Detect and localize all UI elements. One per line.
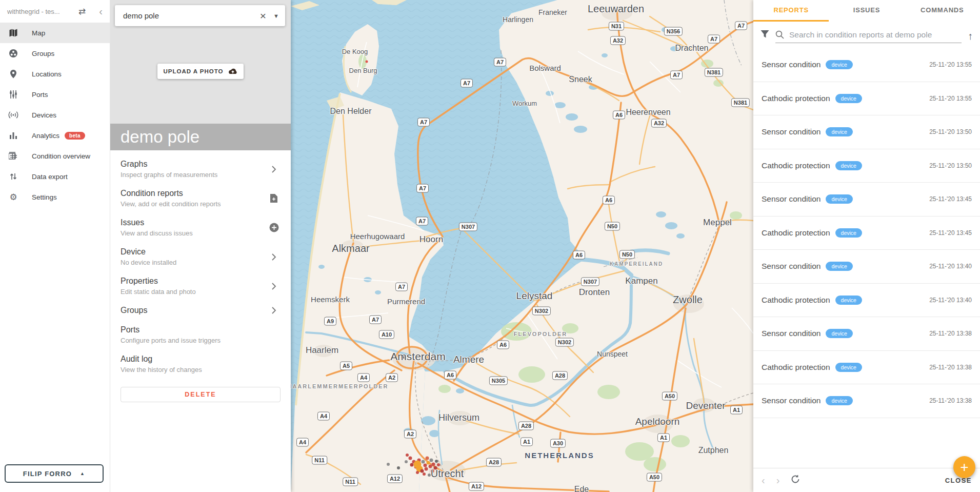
menu-item-issues[interactable]: IssuesView and discuss issues bbox=[110, 213, 291, 242]
sidebar-item-map[interactable]: Map bbox=[0, 23, 110, 43]
delete-button[interactable]: DELETE bbox=[121, 387, 281, 402]
refresh-icon[interactable] bbox=[791, 475, 800, 486]
road-shield: A6 bbox=[613, 111, 625, 120]
location-marker-dot[interactable] bbox=[424, 464, 427, 467]
road-shield: A1 bbox=[657, 434, 670, 442]
sidebar-item-data-export[interactable]: Data export bbox=[0, 166, 110, 187]
menu-item-ports[interactable]: PortsConfigure ports and issue triggers bbox=[110, 320, 291, 349]
collapse-sidebar-icon[interactable]: ‹ bbox=[99, 6, 103, 16]
next-page-icon[interactable]: › bbox=[776, 475, 780, 485]
sidebar-item-groups[interactable]: Groups bbox=[0, 43, 110, 64]
add-issue-icon[interactable] bbox=[267, 223, 281, 232]
location-marker-dot[interactable] bbox=[427, 461, 430, 465]
location-marker-dot[interactable] bbox=[405, 460, 408, 463]
road-shield: A50 bbox=[662, 392, 677, 401]
report-row[interactable]: Cathodic protection device 25-11-'20 13:… bbox=[753, 149, 980, 183]
report-source-badge: device bbox=[826, 127, 852, 136]
city-label: Meppel bbox=[703, 218, 732, 228]
city-label: Alkmaar bbox=[332, 243, 369, 254]
area-label: KAMPEREILAND bbox=[610, 261, 664, 267]
add-report-icon[interactable] bbox=[267, 193, 281, 203]
report-row[interactable]: Sensor condition device 25-11-'20 13:38 bbox=[753, 384, 980, 418]
city-label: Amsterdam bbox=[390, 350, 445, 363]
location-marker-dot[interactable] bbox=[366, 61, 368, 63]
report-row[interactable]: Cathodic protection device 25-11-'20 13:… bbox=[753, 351, 980, 385]
menu-item-graphs[interactable]: GraphsInspect graphs of measurements bbox=[110, 154, 291, 184]
report-row[interactable]: Cathodic protection device 25-11-'20 13:… bbox=[753, 82, 980, 116]
report-row[interactable]: Sensor condition device 25-11-'20 13:40 bbox=[753, 250, 980, 284]
location-marker-dot[interactable] bbox=[432, 463, 435, 466]
menu-item-audit-log[interactable]: Audit logView the history of changes bbox=[110, 349, 291, 379]
add-report-fab[interactable]: + bbox=[953, 456, 975, 478]
clear-search-icon[interactable]: × bbox=[260, 10, 266, 21]
menu-item-groups[interactable]: Groups bbox=[110, 301, 291, 320]
reports-pagination-bar: ‹ › CLOSE bbox=[753, 468, 980, 492]
location-marker-dot[interactable] bbox=[387, 463, 390, 466]
road-shield: A9 bbox=[324, 317, 336, 326]
sidebar-item-ports[interactable]: Ports bbox=[0, 84, 110, 105]
report-timestamp: 25-11-'20 13:50 bbox=[929, 128, 972, 135]
location-marker-dot[interactable] bbox=[437, 463, 440, 466]
sidebar-item-label: Groups bbox=[32, 50, 54, 57]
report-row[interactable]: Sensor condition device 25-11-'20 13:55 bbox=[753, 48, 980, 82]
location-marker-dot[interactable] bbox=[425, 467, 428, 471]
tab-reports[interactable]: REPORTS bbox=[753, 0, 829, 22]
report-row[interactable]: Sensor condition device 25-11-'20 13:50 bbox=[753, 115, 980, 149]
location-marker-dot[interactable] bbox=[416, 471, 419, 474]
menu-item-condition-reports[interactable]: Condition reportsView, add or edit condi… bbox=[110, 184, 291, 213]
city-label: Hoorn bbox=[419, 234, 443, 245]
location-marker-dot[interactable] bbox=[426, 457, 429, 460]
filter-icon[interactable] bbox=[761, 30, 769, 40]
road-shield: N356 bbox=[664, 27, 683, 36]
sidebar-item-label: Analytics bbox=[32, 132, 59, 140]
menu-item-device[interactable]: DeviceNo device installed bbox=[110, 242, 291, 271]
chevron-down-icon[interactable]: ▼ bbox=[273, 13, 279, 19]
upload-photo-label: UPLOAD A PHOTO bbox=[163, 68, 223, 74]
sidebar-item-label: Data export bbox=[32, 173, 68, 181]
location-marker-dot[interactable] bbox=[423, 473, 426, 476]
sidebar-item-label: Condition overview bbox=[32, 152, 90, 160]
tab-commands[interactable]: COMMANDS bbox=[905, 0, 980, 22]
user-menu-button[interactable]: FILIP FORRO ▲ bbox=[5, 464, 104, 483]
location-marker-dot[interactable] bbox=[397, 466, 400, 469]
switch-workspace-icon[interactable]: ⇄ bbox=[78, 6, 86, 17]
report-row[interactable]: Cathodic protection device 25-11-'20 13:… bbox=[753, 284, 980, 318]
report-type: Sensor condition bbox=[762, 329, 821, 338]
location-marker-dot[interactable] bbox=[406, 454, 409, 457]
city-label: Lelystad bbox=[516, 290, 553, 302]
location-marker-dot[interactable] bbox=[410, 463, 414, 467]
main-sidebar: withthegrid - tes... ⇄ ‹ Map Groups Loca… bbox=[0, 0, 110, 492]
location-marker-dot[interactable] bbox=[409, 457, 412, 460]
sidebar-item-condition-overview[interactable]: Condition overview bbox=[0, 146, 110, 166]
report-type: Sensor condition bbox=[762, 396, 821, 405]
location-search-input[interactable] bbox=[123, 11, 260, 20]
city-label: Hilversum bbox=[438, 412, 479, 423]
report-row[interactable]: Sensor condition device 25-11-'20 13:38 bbox=[753, 317, 980, 351]
location-marker-dot[interactable] bbox=[430, 459, 433, 462]
location-marker-dot[interactable] bbox=[422, 460, 425, 464]
city-label: Ede bbox=[574, 485, 589, 492]
road-shield: N305 bbox=[489, 377, 508, 385]
reports-search-input[interactable] bbox=[789, 30, 962, 40]
map-viewport[interactable]: ★ LeeuwardenFranekerHarlingenDe KoogDen … bbox=[291, 0, 753, 492]
report-type: Cathodic protection bbox=[762, 363, 830, 372]
road-shield: A6 bbox=[573, 251, 585, 260]
report-row[interactable]: Cathodic protection device 25-11-'20 13:… bbox=[753, 217, 980, 250]
menu-item-properties[interactable]: PropertiesEdit static data and photo bbox=[110, 271, 291, 301]
sort-ascending-icon[interactable]: ↑ bbox=[968, 30, 973, 42]
city-label: Drachten bbox=[675, 44, 709, 53]
road-shield: N307 bbox=[459, 223, 477, 231]
upload-photo-button[interactable]: UPLOAD A PHOTO bbox=[157, 64, 244, 79]
tab-issues[interactable]: ISSUES bbox=[829, 0, 904, 22]
previous-page-icon[interactable]: ‹ bbox=[762, 475, 765, 485]
report-timestamp: 25-11-'20 13:38 bbox=[929, 330, 972, 337]
road-shield: A32 bbox=[651, 119, 667, 128]
sidebar-item-analytics[interactable]: Analytics beta bbox=[0, 125, 110, 146]
report-type: Sensor condition bbox=[762, 60, 821, 69]
city-label: Workum bbox=[512, 100, 537, 107]
sidebar-item-locations[interactable]: Locations bbox=[0, 64, 110, 84]
sidebar-item-settings[interactable]: ⚙ Settings bbox=[0, 187, 110, 207]
location-marker-dot[interactable] bbox=[435, 460, 438, 463]
sidebar-item-devices[interactable]: Devices bbox=[0, 105, 110, 125]
report-row[interactable]: Sensor condition device 25-11-'20 13:45 bbox=[753, 183, 980, 217]
